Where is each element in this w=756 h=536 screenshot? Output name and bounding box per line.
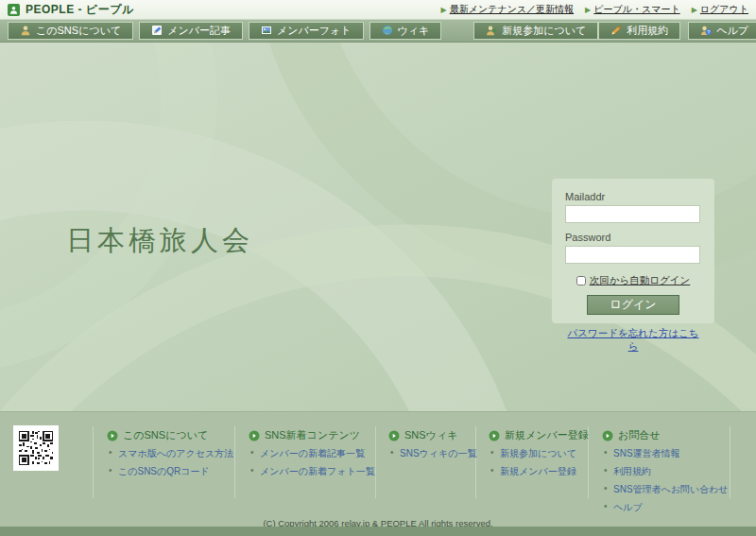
footer-column-header: SNS新着コンテンツ <box>249 428 375 442</box>
footer-column-title: このSNSについて <box>123 428 208 442</box>
nav-button-label: 新規参加について <box>502 24 586 38</box>
top-link-maintenance[interactable]: 最新メンテナンス／更新情報 <box>441 3 575 16</box>
site-title: PEOPLE - ピープル <box>26 2 134 18</box>
qr-code-image <box>13 425 59 471</box>
footer-column-contact: お問合せ SNS運営者情報 利用規約 SNS管理者へお問い合わせ ヘルプ <box>602 428 729 514</box>
login-panel: Mailaddr Password 次回から自動ログイン ログイン パスワードを… <box>552 179 714 323</box>
site-logo-home-link[interactable]: PEOPLE - ピープル <box>8 2 134 18</box>
footer-link-new-photos[interactable]: メンバーの新着フォト一覧 <box>249 465 375 478</box>
bottom-strip <box>0 527 756 536</box>
mailaddr-input[interactable] <box>565 205 700 223</box>
top-link-logout[interactable]: ログアウト <box>692 3 748 16</box>
footer-divider <box>730 426 730 498</box>
nav-group-left: このSNSについて メンバー記事 メンバーフォト ウィキ 新規参加について <box>8 22 598 40</box>
footer-column-header: 新規メンバー登録 <box>489 428 589 442</box>
play-circle-icon <box>107 430 118 441</box>
footer-link-contact-admin[interactable]: SNS管理者へお問い合わせ <box>602 483 729 496</box>
person-add-icon <box>486 25 497 38</box>
login-button[interactable]: ログイン <box>587 295 679 315</box>
footer-column-about-sns: このSNSについて スマホ版へのアクセス方法 このSNSのQRコード <box>107 428 233 478</box>
photo-icon <box>261 25 272 38</box>
top-link-people-smart[interactable]: ピープル・スマート <box>585 3 680 16</box>
footer-column-title: お問合せ <box>618 428 661 442</box>
play-circle-icon <box>249 430 260 441</box>
footer-column-new-member: 新規メンバー登録 新規参加について 新規メンバー登録 <box>489 428 589 478</box>
community-title: 日本橋旅人会 <box>66 222 253 260</box>
forgot-password-row: パスワードを忘れた方はこちら <box>565 327 701 354</box>
footer-link-about-join[interactable]: 新規参加について <box>489 447 589 460</box>
footer-link-operator-info[interactable]: SNS運営者情報 <box>602 447 729 460</box>
svg-text:?: ? <box>707 29 710 35</box>
footer-link-terms[interactable]: 利用規約 <box>602 465 729 478</box>
nav-button-label: このSNSについて <box>36 24 121 38</box>
nav-button-terms[interactable]: 利用規約 <box>598 22 680 40</box>
footer-column-header: SNSウィキ <box>388 428 477 442</box>
footer-column-sns-wiki: SNSウィキ SNSウィキの一覧 <box>388 428 477 460</box>
top-bar: PEOPLE - ピープル 最新メンテナンス／更新情報 ピープル・スマート ログ… <box>0 0 756 20</box>
play-circle-icon <box>602 430 613 441</box>
footer-link-smartphone-access[interactable]: スマホ版へのアクセス方法 <box>107 447 233 460</box>
footer-link-help[interactable]: ヘルプ <box>602 501 729 514</box>
nav-button-wiki[interactable]: ウィキ <box>369 22 442 40</box>
nav-group-right: 利用規約 ? ヘルプ <box>598 22 756 40</box>
help-icon: ? <box>700 25 712 38</box>
pencil-icon <box>610 25 622 38</box>
auto-login-label[interactable]: 次回から自動ログイン <box>590 274 690 287</box>
auto-login-checkbox[interactable] <box>576 276 586 285</box>
footer-column-header: このSNSについて <box>107 428 233 442</box>
auto-login-row: 次回から自動ログイン <box>565 274 701 287</box>
footer: このSNSについて スマホ版へのアクセス方法 このSNSのQRコード SNS新着… <box>0 411 756 527</box>
top-links: 最新メンテナンス／更新情報 ピープル・スマート ログアウト <box>441 3 748 16</box>
globe-icon <box>382 25 393 38</box>
people-logo-icon <box>8 4 20 16</box>
mailaddr-label: Mailaddr <box>565 191 701 202</box>
play-circle-icon <box>489 430 500 441</box>
nav-button-label: メンバーフォト <box>277 24 352 38</box>
nav-button-label: 利用規約 <box>627 24 668 38</box>
nav-button-label: ウィキ <box>398 24 430 38</box>
nav-button-help[interactable]: ? ヘルプ <box>688 22 756 40</box>
person-icon <box>20 25 31 38</box>
footer-divider <box>93 426 94 498</box>
password-label: Password <box>565 232 701 243</box>
nav-button-label: メンバー記事 <box>167 24 231 38</box>
nav-button-label: ヘルプ <box>716 24 748 38</box>
nav-button-member-photos[interactable]: メンバーフォト <box>249 22 364 40</box>
main-nav-bar: このSNSについて メンバー記事 メンバーフォト ウィキ 新規参加について <box>0 20 756 43</box>
note-pencil-icon <box>151 25 163 38</box>
footer-column-title: SNSウィキ <box>404 428 457 442</box>
footer-link-wiki-list[interactable]: SNSウィキの一覧 <box>388 447 477 460</box>
footer-column-title: SNS新着コンテンツ <box>265 428 360 442</box>
nav-button-new-join[interactable]: 新規参加について <box>473 22 598 40</box>
footer-link-member-register[interactable]: 新規メンバー登録 <box>489 465 589 478</box>
footer-column-header: お問合せ <box>602 428 729 442</box>
play-circle-icon <box>388 430 400 441</box>
footer-column-title: 新規メンバー登録 <box>505 428 589 442</box>
main-content: 日本橋旅人会 Mailaddr Password 次回から自動ログイン ログイン… <box>0 43 756 411</box>
footer-divider <box>234 426 235 498</box>
footer-link-new-articles[interactable]: メンバーの新着記事一覧 <box>249 447 375 460</box>
footer-divider <box>375 426 376 498</box>
nav-button-member-articles[interactable]: メンバー記事 <box>139 22 243 40</box>
footer-link-sns-qr-code[interactable]: このSNSのQRコード <box>107 465 233 478</box>
footer-column-new-contents: SNS新着コンテンツ メンバーの新着記事一覧 メンバーの新着フォト一覧 <box>249 428 375 478</box>
forgot-password-link[interactable]: パスワードを忘れた方はこちら <box>568 327 699 352</box>
password-input[interactable] <box>565 246 700 264</box>
nav-button-about-sns[interactable]: このSNSについて <box>8 22 133 40</box>
